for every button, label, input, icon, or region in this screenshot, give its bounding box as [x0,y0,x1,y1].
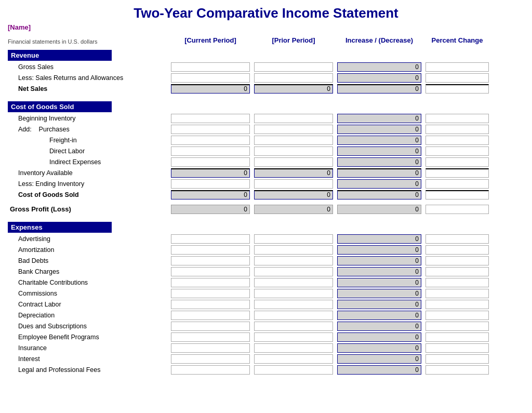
cogs-increase: 0 [337,190,421,199]
table-row: Insurance 0 [8,343,524,353]
cogs-current: 0 [171,190,250,199]
legal-fees-current[interactable] [171,365,250,375]
gross-profit-prior: 0 [254,205,333,214]
advertising-pct [425,234,489,244]
net-sales-current: 0 [171,84,250,94]
freight-current[interactable] [171,136,250,145]
table-row: Advertising 0 [8,234,524,244]
gross-profit-current: 0 [171,205,250,214]
bank-charges-prior[interactable] [254,267,333,276]
insurance-prior[interactable] [254,343,333,353]
amortization-prior[interactable] [254,245,333,255]
contract-labor-label: Contract Labor [8,301,169,308]
table-row: Contract Labor 0 [8,299,524,310]
ending-inv-current[interactable] [171,179,250,189]
bad-debts-current[interactable] [171,256,250,265]
charitable-prior[interactable] [254,278,333,287]
advertising-current[interactable] [171,234,250,244]
direct-labor-prior[interactable] [254,146,333,156]
insurance-current[interactable] [171,343,250,353]
subtitle: Financial statements in U.S. dollars [8,35,169,46]
net-sales-prior: 0 [254,84,333,94]
net-sales-label: Net Sales [8,85,169,92]
table-row: Net Sales 0 0 0 [8,84,524,94]
bank-charges-pct [425,267,489,276]
indirect-expenses-prior[interactable] [254,157,333,167]
bad-debts-label: Bad Debts [8,257,169,264]
table-row: Amortization 0 [8,245,524,255]
sales-returns-increase: 0 [337,73,421,83]
charitable-current[interactable] [171,278,250,287]
commissions-current[interactable] [171,289,250,298]
gross-profit-increase: 0 [337,205,421,214]
revenue-section-header: Revenue [8,47,524,62]
legal-fees-prior[interactable] [254,365,333,375]
sales-returns-label: Less: Sales Returns and Allowances [8,74,169,82]
advertising-label: Advertising [8,235,169,243]
dues-pct [425,322,489,331]
charitable-label: Charitable Contributions [8,279,169,286]
depreciation-label: Depreciation [8,312,169,319]
cogs-prior: 0 [254,190,333,199]
bank-charges-current[interactable] [171,267,250,276]
gross-profit-pct [425,205,489,214]
gross-sales-prior-input[interactable] [254,62,333,72]
legal-fees-label: Legal and Professional Fees [8,366,169,374]
beg-inv-prior[interactable] [254,114,333,123]
direct-labor-current[interactable] [171,146,250,156]
table-row: Commissions 0 [8,288,524,299]
legal-fees-pct [425,365,489,375]
legal-fees-increase: 0 [337,365,421,375]
depreciation-prior[interactable] [254,311,333,320]
freight-prior[interactable] [254,136,333,145]
commissions-prior[interactable] [254,289,333,298]
depreciation-current[interactable] [171,311,250,320]
interest-prior[interactable] [254,354,333,364]
employee-benefit-prior[interactable] [254,332,333,342]
purchases-prior[interactable] [254,125,333,134]
bad-debts-prior[interactable] [254,256,333,265]
contract-labor-prior[interactable] [254,300,333,309]
sales-returns-current-input[interactable] [171,73,250,83]
freight-in-label: Freight-in [8,137,169,144]
expenses-section-header: Expenses [8,219,524,234]
dues-current[interactable] [171,322,250,331]
gross-profit-label: Gross Profit (Loss) [8,205,169,213]
increase-decrease-header: Increase / (Decrease) [335,35,423,46]
beg-inv-current[interactable] [171,114,250,123]
freight-increase: 0 [337,136,421,145]
interest-current[interactable] [171,354,250,364]
amortization-current[interactable] [171,245,250,255]
contract-labor-current[interactable] [171,300,250,309]
net-sales-pct [425,84,489,94]
gross-sales-current-input[interactable] [171,62,250,72]
advertising-prior[interactable] [254,234,333,244]
interest-pct [425,354,489,364]
percent-change-header: Percent Change [423,35,491,46]
sales-returns-prior-input[interactable] [254,73,333,83]
inv-available-pct [425,168,489,178]
table-row: Less: Ending Inventory 0 [8,179,524,189]
beg-inv-increase: 0 [337,114,421,123]
ending-inv-increase: 0 [337,179,421,189]
gross-sales-label: Gross Sales [8,63,169,71]
indirect-expenses-pct [425,157,489,167]
dues-prior[interactable] [254,322,333,331]
table-row: Beginning Inventory 0 [8,113,524,124]
table-row: Less: Sales Returns and Allowances 0 [8,73,524,83]
inv-available-current: 0 [171,168,250,178]
table-row: Gross Profit (Loss) 0 0 0 [8,204,524,215]
bank-charges-increase: 0 [337,267,421,276]
table-row: Gross Sales 0 [8,62,524,72]
ending-inv-prior[interactable] [254,179,333,189]
indirect-expenses-current[interactable] [171,157,250,167]
purchases-current[interactable] [171,125,250,134]
direct-labor-increase: 0 [337,146,421,156]
amortization-pct [425,245,489,255]
charitable-increase: 0 [337,278,421,287]
employee-benefit-current[interactable] [171,332,250,342]
name-label[interactable]: [Name] [8,23,524,31]
table-row: Add: Purchases 0 [8,124,524,135]
table-row: Employee Benefit Programs 0 [8,332,524,342]
inventory-available-label: Inventory Available [8,169,169,177]
